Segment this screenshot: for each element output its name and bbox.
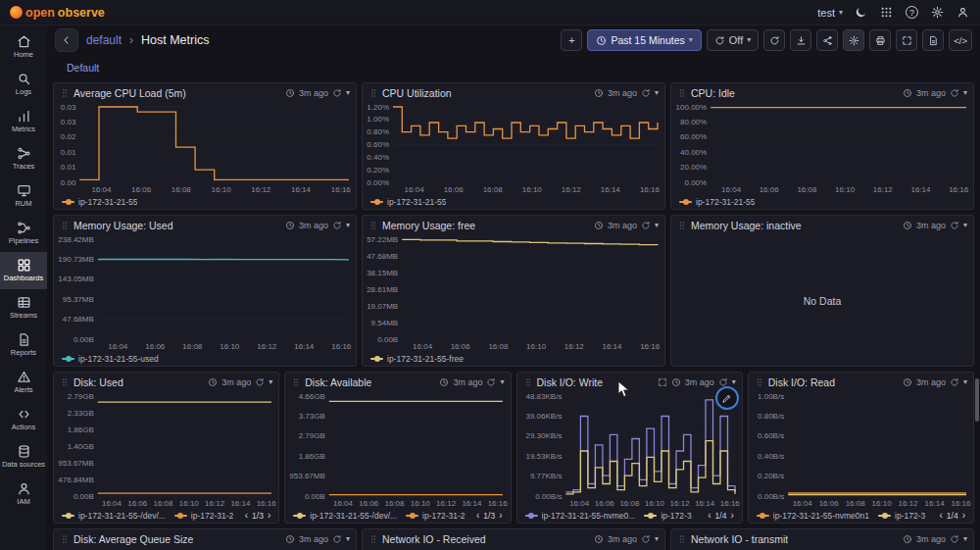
chart-area[interactable]: 4.66GB3.73GB2.79GB1.86GB953.67MB0.00B16:…	[285, 392, 510, 508]
edit-panel-button[interactable]	[715, 386, 739, 410]
refresh-icon[interactable]	[332, 534, 342, 544]
refresh-icon[interactable]	[332, 221, 342, 230]
json-view-button[interactable]: </>	[949, 29, 972, 51]
refresh-icon[interactable]	[641, 221, 651, 230]
panel-menu-caret-icon[interactable]: ▾	[269, 378, 272, 386]
drag-handle-icon[interactable]	[60, 377, 70, 387]
refresh-icon[interactable]	[255, 377, 265, 387]
sidebar-item-streams[interactable]: Streams	[0, 289, 47, 326]
print-button[interactable]	[869, 29, 891, 51]
chart-area[interactable]: 57.22MB47.68MB38.15MB28.61MB19.07MB9.54M…	[363, 235, 664, 351]
drag-handle-icon[interactable]	[368, 88, 378, 98]
panel-menu-caret-icon[interactable]: ▾	[655, 89, 659, 97]
auto-refresh-button[interactable]: Off ▾	[707, 29, 760, 51]
legend-item[interactable]: ip-172-31-21-55-nvme0n1	[757, 511, 869, 521]
refresh-icon[interactable]	[641, 534, 651, 544]
theme-toggle-button[interactable]	[854, 5, 868, 20]
sidebar-item-iam[interactable]: IAM	[0, 475, 47, 513]
drag-handle-icon[interactable]	[755, 377, 764, 387]
share-button[interactable]	[816, 29, 838, 51]
time-range-button[interactable]: Past 15 Minutes ▾	[587, 29, 701, 51]
sidebar-item-alerts[interactable]: Alerts	[0, 364, 47, 401]
sidebar-item-logs[interactable]: Logs	[0, 66, 47, 103]
drag-handle-icon[interactable]	[60, 534, 70, 544]
panel-menu-caret-icon[interactable]: ▾	[963, 222, 967, 229]
legend-item[interactable]: ip-172-31-21-55	[679, 197, 755, 207]
legend-item[interactable]: ip-172-3	[878, 511, 925, 521]
panel-menu-caret-icon[interactable]: ▾	[732, 378, 736, 386]
apps-menu-button[interactable]	[879, 5, 894, 20]
tab-default[interactable]: Default	[59, 58, 107, 77]
sidebar-item-home[interactable]: Home	[0, 28, 47, 66]
sidebar-item-data-sources[interactable]: Data sources	[0, 438, 47, 475]
legend-item[interactable]: ip-172-31-21-55	[62, 197, 137, 207]
export-button[interactable]	[790, 29, 811, 51]
panel-menu-caret-icon[interactable]: ▾	[346, 89, 350, 97]
panel-menu-caret-icon[interactable]: ▾	[346, 222, 350, 229]
scrollbar-thumb[interactable]	[975, 378, 979, 422]
drag-handle-icon[interactable]	[368, 221, 378, 230]
chart-area[interactable]: 0.030.030.020.010.010.0016:0416:0616:081…	[54, 103, 356, 194]
next-page-icon[interactable]: ›	[499, 511, 502, 521]
next-page-icon[interactable]: ›	[268, 511, 270, 521]
next-page-icon[interactable]: ›	[962, 511, 965, 521]
next-page-icon[interactable]: ›	[730, 511, 733, 521]
sidebar-item-actions[interactable]: Actions	[0, 401, 47, 438]
legend-item[interactable]: ip-172-31-21-55-/dev/...	[62, 511, 166, 521]
panel-menu-caret-icon[interactable]: ▾	[500, 378, 504, 386]
org-selector[interactable]: test ▾	[817, 7, 843, 19]
refresh-icon[interactable]	[950, 88, 959, 98]
panel-menu-caret-icon[interactable]: ▾	[655, 535, 659, 543]
chart-area[interactable]: 100.00%80.00%60.00%40.00%20.00%0.00%16:0…	[671, 103, 973, 194]
panel-menu-caret-icon[interactable]: ▾	[655, 222, 659, 229]
prev-page-icon[interactable]: ‹	[476, 511, 479, 521]
chart-area[interactable]: 238.42MB190.73MB143.05MB95.37MB47.68MB0.…	[54, 235, 356, 351]
refresh-icon[interactable]	[950, 534, 959, 544]
legend-item[interactable]: ip-172-31-21-55-free	[370, 354, 464, 364]
add-panel-button[interactable]: +	[561, 29, 582, 51]
refresh-icon[interactable]	[950, 221, 959, 230]
settings-menu-button[interactable]	[930, 5, 945, 20]
drag-handle-icon[interactable]	[677, 534, 687, 544]
prev-page-icon[interactable]: ‹	[708, 511, 710, 521]
drag-handle-icon[interactable]	[60, 88, 70, 98]
drag-handle-icon[interactable]	[368, 534, 378, 544]
drag-handle-icon[interactable]	[677, 88, 687, 98]
account-button[interactable]	[956, 5, 970, 20]
refresh-icon[interactable]	[641, 88, 651, 98]
breadcrumb-folder[interactable]: default	[86, 33, 122, 47]
dashboard-settings-button[interactable]	[843, 29, 864, 51]
legend-item[interactable]: ip-172-31-21-55-used	[62, 354, 159, 364]
legend-item[interactable]: ip-172-31-21-55-/dev/...	[293, 511, 397, 521]
prev-page-icon[interactable]: ‹	[939, 511, 942, 521]
legend-item[interactable]: ip-172-3	[644, 511, 691, 521]
help-button[interactable]: ?	[905, 5, 919, 20]
chart-area[interactable]: 48.83KB/s39.06KB/s29.30KB/s19.53KB/s9.77…	[517, 392, 742, 508]
drag-handle-icon[interactable]	[291, 377, 301, 387]
panel-menu-caret-icon[interactable]: ▾	[963, 535, 967, 543]
sidebar-item-reports[interactable]: Reports	[0, 326, 47, 364]
chart-area[interactable]: 1.20%1.00%0.80%0.60%0.40%0.20%0.00%16:04…	[363, 103, 664, 194]
sidebar-item-dashboards[interactable]: Dashboards	[0, 252, 47, 289]
drag-handle-icon[interactable]	[60, 221, 70, 230]
report-button[interactable]	[922, 29, 944, 51]
legend-item[interactable]: ip-172-31-21-55	[370, 197, 446, 207]
panel-menu-caret-icon[interactable]: ▾	[346, 535, 350, 543]
fullscreen-button[interactable]	[896, 29, 917, 51]
drag-handle-icon[interactable]	[677, 221, 687, 230]
legend-item[interactable]: ip-172-31-21-55-nvme0...	[525, 511, 636, 521]
panel-menu-caret-icon[interactable]: ▾	[963, 378, 967, 386]
chart-area[interactable]: 1.00B/s0.80B/s0.60B/s0.40B/s0.20B/s0.00B…	[749, 392, 973, 508]
refresh-icon[interactable]	[332, 88, 342, 98]
sidebar-item-metrics[interactable]: Metrics	[0, 103, 47, 140]
chart-area[interactable]: 2.79GB2.33GB1.86GB1.40GB953.67MB476.84MB…	[54, 392, 278, 508]
legend-item[interactable]: ip-172-31-2	[406, 511, 465, 521]
refresh-button[interactable]	[763, 29, 785, 51]
prev-page-icon[interactable]: ‹	[245, 511, 248, 521]
drag-handle-icon[interactable]	[523, 377, 533, 387]
expand-icon[interactable]	[658, 377, 667, 387]
sidebar-item-pipelines[interactable]: Pipelines	[0, 215, 47, 252]
sidebar-item-rum[interactable]: RUM	[0, 177, 47, 215]
refresh-icon[interactable]	[950, 377, 959, 387]
refresh-icon[interactable]	[486, 377, 496, 387]
